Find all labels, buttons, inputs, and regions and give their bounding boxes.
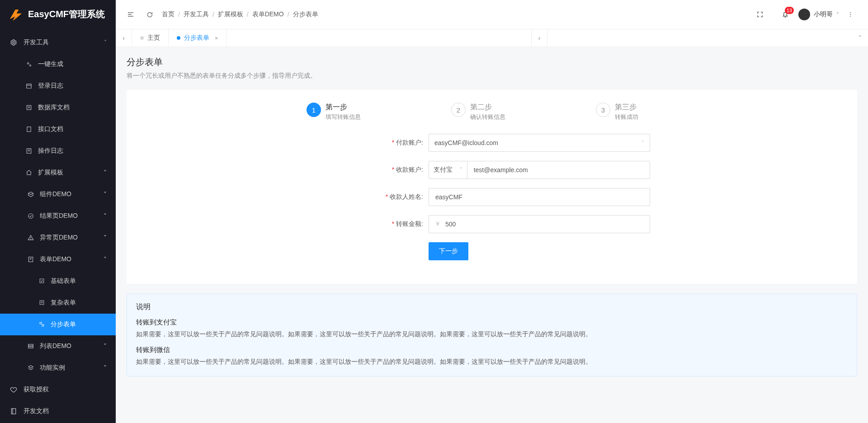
fullscreen-button[interactable] — [753, 8, 767, 21]
user-menu[interactable]: 小明哥 ˅ — [798, 9, 839, 20]
svg-rect-4 — [27, 84, 32, 88]
logo-icon — [9, 8, 23, 21]
calendar-icon — [25, 82, 33, 89]
crumb[interactable]: 表单DEMO — [252, 10, 284, 19]
chevron-down-icon: ˅ — [642, 140, 644, 146]
pay-account-label: *付款账户: — [334, 139, 429, 147]
form-complex-icon — [38, 299, 45, 306]
svg-rect-26 — [42, 324, 44, 326]
nav-license[interactable]: 获取授权 — [0, 379, 116, 400]
sidebar: EasyCMF管理系统 开发工具 ˄ 一键生成 登录日志 — [0, 0, 116, 423]
chevron-down-icon: ˅ — [104, 364, 107, 371]
info-text: 如果需要，这里可以放一些关于产品的常见问题说明。如果需要，这里可以放一些关于产品… — [136, 358, 848, 366]
recv-method-select[interactable]: 支付宝 ˅ — [429, 161, 467, 179]
recv-name-input[interactable] — [429, 188, 650, 206]
pay-account-select[interactable]: easyCMF@icloud.com ˅ — [429, 134, 650, 152]
info-title: 说明 — [136, 302, 848, 312]
tab-dot-icon — [140, 36, 144, 40]
page-body: 分步表单 将一个冗长或用户不熟悉的表单任务分成多个步骤，指导用户完成。 1 第一… — [116, 47, 868, 389]
notifications-button[interactable]: 13 — [780, 9, 790, 19]
recv-account-label: *收款账户: — [334, 166, 429, 174]
more-menu-button[interactable] — [847, 11, 858, 18]
nav-dev-doc[interactable]: 开发文档 — [0, 400, 116, 422]
info-box: 说明 转账到支付宝 如果需要，这里可以放一些关于产品的常见问题说明。如果需要，这… — [127, 294, 857, 376]
close-icon[interactable]: × — [215, 35, 218, 42]
nav-step-form[interactable]: 分步表单 — [0, 314, 116, 335]
svg-marker-0 — [10, 10, 21, 20]
nav-ext-tpl[interactable]: 扩展模板 ˄ — [0, 162, 116, 183]
nav-db-doc[interactable]: 数据库文档 — [0, 97, 116, 118]
next-button[interactable]: 下一步 — [429, 242, 468, 260]
chevron-down-icon: ˅ — [104, 343, 107, 350]
logo[interactable]: EasyCMF管理系统 — [0, 0, 116, 29]
form-icon — [27, 256, 34, 263]
nav-login-log[interactable]: 登录日志 — [0, 75, 116, 97]
nav: 开发工具 ˄ 一键生成 登录日志 数据库文档 — [0, 29, 116, 423]
avatar — [798, 9, 810, 20]
nav-error-demo[interactable]: 异常页DEMO ˅ — [0, 227, 116, 249]
info-section-title: 转账到支付宝 — [136, 318, 848, 327]
list-icon — [25, 104, 33, 111]
chevron-down-icon: ˅ — [459, 166, 462, 174]
amount-input[interactable]: ￥ — [429, 215, 650, 233]
nav-comp-demo[interactable]: 组件DEMO ˅ — [0, 183, 116, 205]
step-2: 2 第二步 确认转账信息 — [451, 103, 596, 121]
steps: 1 第一步 填写转账信息 2 第二步 确认转账信息 — [270, 103, 713, 121]
crumb[interactable]: 分步表单 — [293, 10, 318, 19]
nav-list-demo[interactable]: 列表DEMO ˅ — [0, 335, 116, 357]
currency-icon: ￥ — [434, 220, 441, 228]
page-title: 分步表单 — [127, 56, 857, 68]
nav-form-demo[interactable]: 表单DEMO ˄ — [0, 249, 116, 270]
check-circle-icon — [27, 212, 34, 220]
cube-icon — [27, 191, 34, 198]
crumb[interactable]: 开发工具 — [184, 10, 209, 19]
nav-basic-form[interactable]: 基础表单 — [0, 270, 116, 292]
tab-scroll-left[interactable]: ‹ — [116, 29, 132, 47]
tab-scroll-right[interactable]: › — [531, 29, 547, 47]
nav-onekey-gen[interactable]: 一键生成 — [0, 53, 116, 75]
step-number-icon: 3 — [596, 103, 610, 117]
nav-complex-form[interactable]: 复杂表单 — [0, 292, 116, 314]
transfer-form: *付款账户: easyCMF@icloud.com ˅ *收款账户: — [334, 134, 650, 260]
svg-rect-27 — [28, 344, 33, 348]
gears-icon — [25, 61, 33, 68]
nav-result-demo[interactable]: 结果页DEMO ˅ — [0, 205, 116, 227]
topbar: 首页/ 开发工具/ 扩展模板/ 表单DEMO/ 分步表单 13 小明哥 ˅ — [116, 0, 868, 29]
tab-dot-icon — [177, 36, 180, 40]
tab-menu[interactable]: ˅ — [852, 29, 868, 47]
recv-account-input[interactable] — [467, 161, 650, 179]
svg-rect-31 — [11, 409, 15, 414]
chevron-down-icon: ˅ — [104, 191, 107, 198]
collapse-sidebar-button[interactable] — [124, 8, 137, 21]
info-text: 如果需要，这里可以放一些关于产品的常见问题说明。如果需要，这里可以放一些关于产品… — [136, 330, 848, 338]
tab-home[interactable]: 主页 — [132, 29, 169, 47]
info-section-title: 转账到微信 — [136, 346, 848, 354]
layers-icon — [27, 364, 34, 371]
chevron-up-icon: ˄ — [104, 256, 107, 263]
tabs-bar: ‹ 主页 分步表单 × › ˅ — [116, 29, 868, 47]
warn-icon — [27, 234, 34, 241]
chevron-down-icon: ˅ — [836, 12, 839, 18]
nav-op-log[interactable]: 操作日志 — [0, 140, 116, 162]
svg-point-37 — [850, 12, 851, 13]
nav-api-doc[interactable]: 接口文档 — [0, 118, 116, 140]
book-icon — [10, 408, 17, 415]
chevron-up-icon: ˄ — [104, 169, 107, 176]
notification-badge: 13 — [785, 7, 794, 14]
refresh-button[interactable] — [143, 8, 156, 21]
crumb[interactable]: 扩展模板 — [218, 10, 243, 19]
home-icon — [25, 169, 33, 176]
step-3: 3 第三步 转账成功 — [596, 103, 677, 121]
crumb[interactable]: 首页 — [162, 10, 175, 19]
nav-dev-tools[interactable]: 开发工具 ˄ — [0, 32, 116, 53]
tab-step-form[interactable]: 分步表单 × — [169, 29, 227, 47]
svg-rect-9 — [27, 127, 31, 132]
chevron-down-icon: ˅ — [104, 234, 107, 241]
app-name: EasyCMF管理系统 — [28, 8, 105, 20]
breadcrumb: 首页/ 开发工具/ 扩展模板/ 表单DEMO/ 分步表单 — [162, 10, 318, 19]
svg-marker-13 — [28, 192, 33, 194]
username-label: 小明哥 — [814, 10, 833, 19]
step-number-icon: 1 — [307, 103, 321, 117]
nav-func-demo[interactable]: 功能实例 ˅ — [0, 357, 116, 379]
svg-rect-21 — [40, 279, 44, 283]
